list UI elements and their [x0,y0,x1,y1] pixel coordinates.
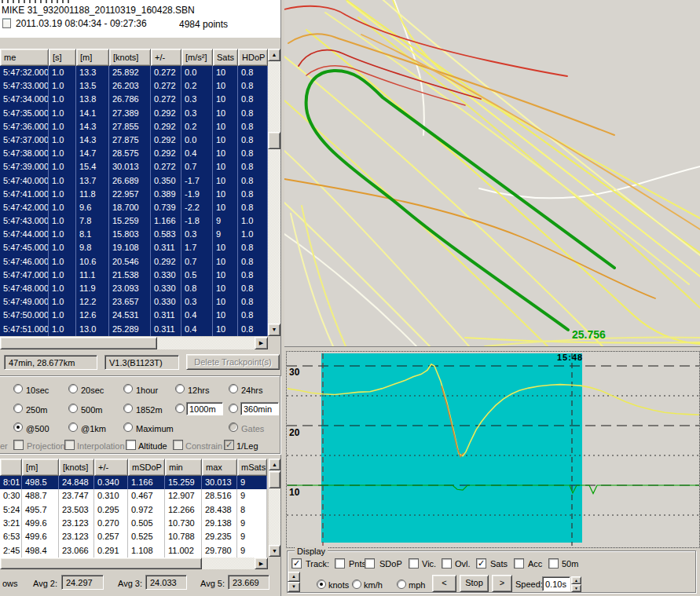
knots-radio-label[interactable]: knots [328,580,349,590]
mph-radio-label[interactable]: mph [409,580,425,590]
radio-1hour-label[interactable]: 1hour [136,386,158,395]
runs-vertical-scrollbar-thumb[interactable] [269,471,280,488]
runs-col-msats[interactable]: mSats [237,459,267,476]
zoom-spin-down-button[interactable]: ▼ [288,582,300,592]
acc-checkbox-label[interactable]: Acc [528,559,542,569]
custom-distance-input[interactable] [186,402,223,415]
altitude-checkbox[interactable] [126,440,136,450]
fiftym-checkbox-label[interactable]: 50m [562,559,578,569]
table-row[interactable]: 8:01498.524.8480.3401.16615.25930.0139 [0,476,267,489]
table-row[interactable]: 5:47:51.0001.013.025.2890.3110.4100.8 [0,323,268,336]
table-row[interactable]: 5:24495.723.5030.2950.97212.26628.4388 [0,503,267,517]
radio-at1km[interactable] [68,422,78,432]
scroll-right-button[interactable]: ▶ [255,337,268,349]
kmh-radio-label[interactable]: km/h [364,580,383,590]
sats-checkbox-label[interactable]: Sats [490,559,508,569]
runs-col-time[interactable] [0,459,22,476]
track-map[interactable]: 25.756 [284,0,700,346]
radio-250m[interactable] [13,404,23,413]
col-header-hdop[interactable]: HDoP [238,49,268,66]
vertical-scrollbar-track[interactable] [268,61,280,324]
table-row[interactable]: 5:47:43.0001.07.815.2591.166-1.891.0 [0,214,268,228]
table-row[interactable]: 5:47:46.0001.010.620.5460.2920.7100.8 [0,255,268,269]
radio-500m-label[interactable]: 500m [81,405,103,415]
table-row[interactable]: 5:47:49.0001.012.223.6570.3300.3100.8 [0,295,268,309]
table-row[interactable]: 5:47:40.0001.013.726.6890.350-1.7100.8 [0,174,268,188]
projection-label[interactable]: Projection [27,441,65,451]
interpolation-label[interactable]: Interpolation [77,441,125,451]
col-header-plusminus[interactable]: +/- [151,49,181,66]
radio-at500-label[interactable]: @500 [26,424,49,433]
speed-spin-down-button[interactable]: ▼ [571,584,581,592]
acc-checkbox[interactable] [514,558,524,569]
radio-12hrs-label[interactable]: 12hrs [188,386,210,395]
col-header-m[interactable]: [m] [76,49,109,66]
table-row[interactable]: 5:47:39.0001.015.430.0130.2720.7100.8 [0,160,268,174]
replay-speed-input[interactable] [542,576,570,591]
radio-1hour[interactable] [123,384,133,393]
radio-custom-time[interactable] [229,404,238,413]
scroll-up-button[interactable]: ▲ [268,49,280,61]
fiftym-checkbox[interactable] [548,558,559,569]
col-header-time[interactable]: me [0,49,49,66]
col-header-knots[interactable]: [knots] [109,49,151,66]
table-row[interactable]: 6:53499.623.1230.2570.52510.78829.2359 [0,530,267,543]
table-row[interactable]: 5:47:38.0001.014.728.5750.2920.4100.8 [0,147,268,160]
col-header-sats[interactable]: Sats [213,49,238,66]
radio-gates[interactable] [229,422,238,432]
sdop-checkbox-label[interactable]: SDoP [379,559,402,569]
table-row[interactable]: 5:47:48.0001.011.923.0930.3300.8100.8 [0,282,268,295]
altitude-label[interactable]: Altitude [138,441,167,451]
runs-scroll-up-button[interactable]: ▲ [269,459,280,470]
one-per-leg-label[interactable]: 1/Leg [236,441,258,451]
table-row[interactable]: 2:45498.423.0660.2911.10811.00229.7809 [0,544,267,558]
radio-20sec[interactable] [68,384,78,393]
table-row[interactable]: 5:47:50.0001.012.624.5310.3110.4100.8 [0,309,268,322]
projection-checkbox[interactable] [13,440,24,450]
runs-col-knots[interactable]: [knots] [59,459,94,476]
table-row[interactable]: 5:47:44.0001.08.115.8030.5830.391.0 [0,228,268,241]
radio-500m[interactable] [68,404,78,413]
table-row[interactable]: 5:47:33.0001.013.526.2030.2720.2100.8 [0,79,268,93]
radio-1852m[interactable] [123,404,133,413]
table-row[interactable]: 5:47:45.0001.09.819.1080.3111.7100.8 [0,241,268,254]
radio-at500[interactable] [13,422,23,432]
stop-button[interactable]: Stop [460,575,489,592]
table-row[interactable]: 5:47:32.0001.013.325.8920.2720.0100.8 [0,66,268,79]
speed-spin-up-button[interactable]: ▲ [571,576,581,584]
ovl-checkbox-label[interactable]: Ovl. [455,559,471,569]
speed-graph-panel[interactable]: 30 20 10 15:48 [286,351,700,548]
sats-checkbox[interactable] [476,558,486,569]
constrain-checkbox[interactable] [173,440,183,450]
track-checkbox[interactable] [291,558,302,569]
table-row[interactable]: 0:30488.723.7470.3100.46712.90728.5169 [0,489,267,503]
col-header-s[interactable]: [s] [49,49,76,66]
vertical-scrollbar-thumb[interactable] [268,132,280,149]
radio-at1km-label[interactable]: @1km [81,424,106,433]
runs-scroll-down-button[interactable]: ▼ [269,545,280,557]
table-row[interactable]: 5:47:35.0001.014.127.3890.2920.3100.8 [0,107,268,120]
zoom-spin-up-button[interactable]: ▲ [288,572,300,582]
radio-custom-distance[interactable] [175,404,185,413]
radio-maximum[interactable] [123,422,133,432]
vic-checkbox-label[interactable]: Vic. [422,559,436,569]
sdop-checkbox[interactable] [365,558,375,569]
radio-maximum-label[interactable]: Maximum [136,424,174,433]
radio-250m-label[interactable]: 250m [26,405,48,415]
track-checkbox-label[interactable]: Track: [306,559,329,569]
step-forward-button[interactable]: > [492,575,512,592]
pnts-checkbox[interactable] [335,558,345,569]
table-row[interactable]: 5:47:42.0001.09.618.7000.739-2.2100.8 [0,201,268,214]
runs-col-m[interactable]: [m] [22,459,59,476]
runs-col-msdop[interactable]: mSDoP [128,459,165,476]
custom-time-input[interactable] [240,402,279,415]
col-header-ms2[interactable]: [m/s²] [181,49,213,66]
one-per-leg-checkbox[interactable] [224,440,234,450]
runs-col-plusminus[interactable]: +/- [94,459,128,476]
runs-col-max[interactable]: max [202,459,237,476]
scroll-down-button[interactable]: ▼ [268,324,280,336]
mph-radio[interactable] [397,580,406,589]
horizontal-scrollbar-thumb[interactable] [0,337,157,349]
table-row[interactable]: 5:47:41.0001.011.822.9570.389-1.9100.8 [0,188,268,201]
radio-gates-label[interactable]: Gates [241,424,264,433]
